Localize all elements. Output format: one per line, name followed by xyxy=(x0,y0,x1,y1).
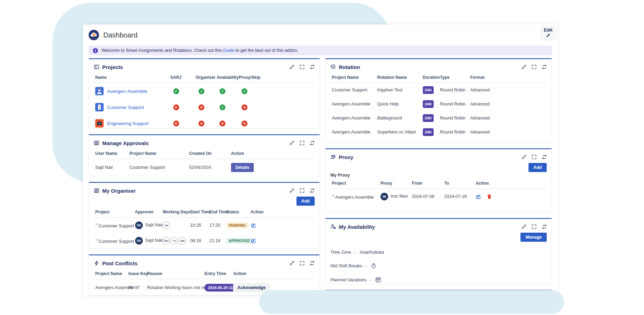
collapse-icon[interactable] xyxy=(522,224,526,229)
refresh-icon[interactable] xyxy=(542,224,547,229)
right-column: Rotation Project Name Rotation Name Dur xyxy=(325,58,552,301)
col-header: Project Name xyxy=(330,72,376,83)
collapse-icon[interactable] xyxy=(289,64,294,69)
col-header: Type xyxy=(439,72,469,83)
table-row: Avengers Assemble Battleground 24H Round… xyxy=(330,111,547,125)
working-day-chip: WE xyxy=(178,237,186,245)
calendar-icon[interactable] xyxy=(375,277,381,283)
app-logo-icon xyxy=(89,30,99,40)
duration-badge: 24H xyxy=(423,86,434,94)
status-icon xyxy=(173,88,179,94)
panel-controls xyxy=(522,155,547,159)
expand-icon[interactable] xyxy=(300,261,304,266)
add-proxy-button[interactable]: Add xyxy=(528,163,547,172)
edit-button[interactable]: Edit xyxy=(540,26,556,41)
edit-button-label: Edit xyxy=(540,27,556,33)
trash-icon[interactable] xyxy=(486,194,492,199)
col-header: Action xyxy=(232,268,315,279)
duration-badge: 24H xyxy=(423,114,434,122)
avatar: IM xyxy=(380,193,388,200)
project-name: Avengers Assemble xyxy=(330,97,376,111)
refresh-icon[interactable] xyxy=(310,141,315,145)
col-header: Approver xyxy=(134,206,161,218)
col-header: Duration xyxy=(421,72,439,83)
acknowledge-button[interactable]: Acknowledge xyxy=(233,283,270,292)
collapse-icon[interactable] xyxy=(289,261,294,266)
table-row: Customer Support iHyphen Test 24H Round … xyxy=(330,83,547,97)
status-icon xyxy=(219,104,225,110)
banner-text: Welcome to Smart Assignments and Rotatio… xyxy=(102,48,298,53)
pool-conflicts-icon xyxy=(94,260,99,266)
col-header: Working Days xyxy=(161,206,189,218)
projects-icon xyxy=(94,64,99,70)
reason: Rotation Working hours not matched xyxy=(146,279,203,296)
expand-icon[interactable] xyxy=(300,188,304,193)
edit-icon[interactable] xyxy=(251,238,256,244)
status-icon xyxy=(198,104,204,110)
expand-icon[interactable] xyxy=(532,64,537,69)
table-row: Avengers Assemble xyxy=(94,83,315,100)
project-name: Customer Support xyxy=(128,159,188,176)
mid-shift-breaks-row: Mid Shift Breaks - xyxy=(330,263,547,269)
projects-panel: Projects Name SARJ Organiser xyxy=(89,58,320,129)
edit-icon[interactable] xyxy=(251,222,256,228)
avatar: SN xyxy=(135,237,143,245)
collapse-icon[interactable] xyxy=(522,64,526,69)
rotation-panel: Rotation Project Name Rotation Name Dur xyxy=(325,58,552,143)
proxy-icon xyxy=(330,154,336,160)
my-organiser-title: My Organiser xyxy=(102,188,136,194)
refresh-icon[interactable] xyxy=(310,64,315,69)
table-row: Avengers Assemble Quick Help 24H Round R… xyxy=(330,97,547,111)
created-on: 02/04/2024 xyxy=(188,159,230,176)
rotation-table: Project Name Rotation Name Duration Type… xyxy=(330,72,547,139)
col-header: Project xyxy=(94,206,134,218)
rotation-format: Advanced xyxy=(469,111,547,125)
panel-controls xyxy=(289,141,315,145)
expand-icon[interactable] xyxy=(300,141,304,145)
project-link[interactable]: Avengers Assemble xyxy=(107,89,147,94)
col-header: To xyxy=(443,178,474,189)
page-title: Dashboard xyxy=(103,31,138,39)
col-header: Action xyxy=(474,178,547,189)
col-header: Name xyxy=(94,72,169,83)
collapse-icon[interactable] xyxy=(522,155,526,159)
collapse-icon[interactable] xyxy=(289,141,294,145)
decorative-blob-bottom xyxy=(259,290,564,314)
project-link[interactable]: Customer Support xyxy=(107,105,144,110)
add-organiser-button[interactable]: Add xyxy=(296,197,315,206)
guide-link[interactable]: Guide xyxy=(223,48,234,53)
expand-icon[interactable] xyxy=(300,64,304,69)
expand-icon[interactable] xyxy=(532,155,537,159)
project-name: Avengers Assemble xyxy=(335,195,374,200)
manage-availability-button[interactable]: Manage xyxy=(520,233,547,242)
rotation-name: Battleground xyxy=(376,111,421,125)
col-header: From xyxy=(411,178,443,189)
rotation-type: Round Robin xyxy=(439,83,469,97)
refresh-icon[interactable] xyxy=(310,261,315,266)
proxy-table: Project Proxy From To Action ⊘Avengers A… xyxy=(330,178,547,204)
col-header: Entry Time xyxy=(203,268,232,279)
details-button[interactable]: Details xyxy=(231,163,254,172)
refresh-icon[interactable] xyxy=(542,64,547,69)
col-header: Issue Key xyxy=(127,268,146,279)
expand-icon[interactable] xyxy=(532,224,537,229)
refresh-icon[interactable] xyxy=(542,155,547,159)
my-proxy-label: My Proxy xyxy=(330,173,547,178)
my-availability-title: My Availability xyxy=(339,224,375,230)
status-icon xyxy=(198,121,204,126)
panel-controls xyxy=(289,261,315,266)
collapse-icon[interactable] xyxy=(289,188,294,193)
col-header: Project xyxy=(330,178,379,189)
project-link[interactable]: Engineering Support xyxy=(107,121,149,126)
timezone-value: Asia/Kolkata xyxy=(359,250,384,255)
start-time: 10:25 xyxy=(189,218,208,233)
refresh-icon[interactable] xyxy=(310,188,315,193)
stopwatch-icon[interactable] xyxy=(371,263,377,269)
rotation-name: Superhero vs Villain xyxy=(376,125,421,139)
planned-vacations-row: Planned Vacations - xyxy=(330,277,547,283)
manage-approvals-icon xyxy=(94,140,99,146)
col-header: Format xyxy=(469,72,547,83)
project-avatar-avengers xyxy=(95,87,104,95)
edit-icon[interactable] xyxy=(476,194,481,199)
table-row: ⊘Customer Support SNSajit Nair SA 10:25 … xyxy=(94,218,315,233)
